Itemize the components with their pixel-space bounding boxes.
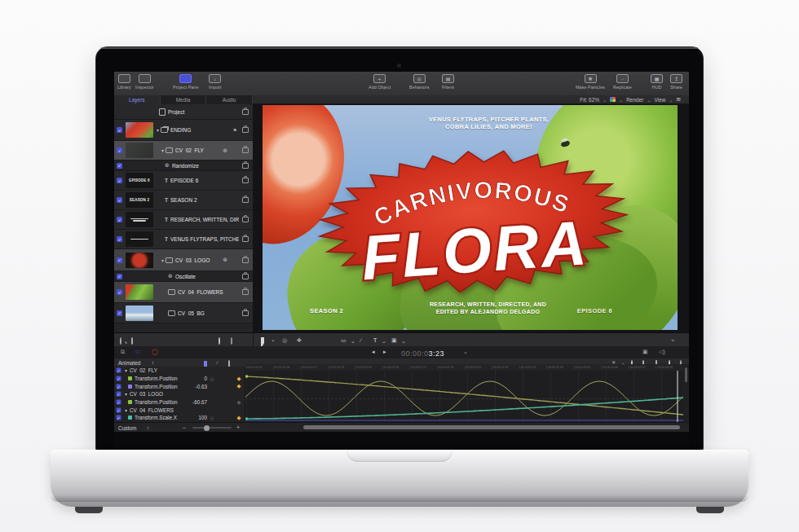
activation-checkbox[interactable]: ✓	[117, 274, 122, 279]
behavior-name[interactable]: Oscillate	[175, 274, 239, 279]
filters-button[interactable]: ▤Filters	[442, 74, 454, 90]
kf-group-row[interactable]: ✓ ▾ CV_03_LOGO	[114, 390, 245, 398]
disclosure-icon[interactable]: ▾	[125, 367, 127, 373]
lock-icon[interactable]	[242, 178, 249, 183]
activation-checkbox[interactable]: ✓	[117, 163, 122, 169]
layer-name[interactable]: CV_05_BG	[178, 310, 239, 316]
activation-checkbox[interactable]: ✓	[117, 147, 122, 153]
activation-checkbox[interactable]: ✓	[117, 197, 122, 203]
kf-group-name[interactable]: CV_03_LOGO	[130, 391, 245, 397]
color-swatch-icon[interactable]	[610, 97, 616, 102]
layer-name[interactable]: Project	[168, 109, 239, 115]
kf-param-row[interactable]: ✓ Transform.Position.X 0 ◇ ◆	[114, 375, 245, 383]
behavior-name[interactable]: Randomize	[172, 163, 239, 169]
lock-icon[interactable]	[242, 217, 249, 222]
lock-icon[interactable]	[242, 197, 249, 203]
activation-checkbox[interactable]: ✓	[117, 415, 121, 420]
activation-checkbox[interactable]: ✓	[117, 368, 121, 373]
kf-param-row[interactable]: ✓ Transform.Position.X -60.67 ◆	[114, 398, 245, 407]
lock-icon[interactable]	[242, 127, 249, 133]
lock-icon[interactable]	[242, 289, 249, 295]
activation-checkbox[interactable]: ✓	[117, 127, 122, 133]
timecode-display[interactable]: 00:00:03:23	[401, 350, 444, 358]
image-mask-tool[interactable]: ▣	[391, 336, 397, 344]
layer-name[interactable]: CV_03_LOGO	[175, 257, 223, 263]
activation-checkbox[interactable]: ✓	[117, 310, 122, 316]
keyframe-graph[interactable]	[245, 371, 683, 422]
behavior-badge-icon[interactable]: ⊛	[223, 257, 227, 263]
add-object-button[interactable]: +Add Object	[369, 74, 391, 90]
layer-row-cv05-bg[interactable]: ✓ CV_05_BG	[114, 303, 253, 323]
view-dropdown[interactable]: View	[655, 97, 666, 103]
activation-checkbox[interactable]: ✓	[117, 217, 122, 222]
layer-row-cv03-logo[interactable]: ✓ ▾ CV_03_LOGO ⊛	[114, 249, 253, 271]
zoom-in-icon[interactable]: +	[236, 424, 240, 431]
project-canvas[interactable]: VENUS FLYTRAPS, PITCHER PLANTS, COBRA LI…	[263, 105, 678, 330]
flag-icon[interactable]: ⚑	[233, 127, 237, 133]
fit-zoom-dropdown[interactable]: Fit: 62%	[580, 97, 599, 103]
search-icon[interactable]	[120, 337, 121, 345]
behavior-row-randomize[interactable]: ✓ ⊛ Randomize	[114, 160, 253, 171]
opacity-icon[interactable]: ⬭	[135, 349, 140, 355]
disclosure-icon[interactable]: ▾	[125, 407, 127, 413]
activation-checkbox[interactable]: ✓	[117, 384, 121, 389]
timeline-pane-icon[interactable]: ▣	[642, 349, 648, 355]
tab-audio[interactable]: Audio	[206, 95, 253, 104]
layer-name[interactable]: ENDING	[170, 127, 233, 133]
replicate-button[interactable]: ⁘Replicate	[613, 74, 632, 90]
transform-tool[interactable]: ◎	[282, 336, 287, 344]
kf-param-name[interactable]: Transform.Position.X	[135, 376, 178, 381]
new-layer-icon[interactable]	[231, 337, 232, 345]
layer-name[interactable]: CV_02_FLY	[175, 147, 223, 153]
activation-checkbox[interactable]: ✓	[117, 257, 122, 263]
disclosure-icon[interactable]: ▾	[157, 127, 159, 133]
pan-tool[interactable]: ✥	[297, 336, 302, 344]
kf-group-name[interactable]: CV_04_FLOWERS	[130, 407, 245, 413]
activation-checkbox[interactable]: ✓	[117, 407, 121, 412]
render-dropdown[interactable]: Render	[626, 97, 643, 103]
keyframe-icon[interactable]: ◆	[233, 399, 245, 406]
record-icon[interactable]: ◯	[152, 349, 158, 355]
lock-icon[interactable]	[242, 109, 249, 115]
keyframe-icon[interactable]: ◆	[233, 415, 245, 421]
tab-media[interactable]: Media	[161, 95, 207, 104]
disclosure-icon[interactable]: ▾	[161, 147, 164, 153]
pen-tool[interactable]: ∕	[360, 336, 361, 344]
tab-layers[interactable]: Layers	[114, 95, 161, 104]
kf-mode-dropdown[interactable]: Animated	[118, 359, 140, 367]
zoom-slider[interactable]	[192, 427, 232, 429]
lock-icon[interactable]	[242, 147, 249, 153]
previous-frame-button[interactable]: ◂	[372, 349, 375, 355]
filter-list-icon[interactable]	[131, 337, 133, 345]
node-connect-icon[interactable]: ⌁	[671, 336, 674, 344]
layer-name[interactable]: VENUS FLYTRAPS, PITCHER P…	[170, 236, 239, 242]
import-button[interactable]: ↓Import	[209, 74, 222, 90]
keyframe-icon[interactable]: ◆	[233, 376, 245, 382]
zoom-out-icon[interactable]: –	[183, 424, 186, 431]
kf-param-name[interactable]: Transform.Position.X	[135, 399, 178, 405]
make-particles-button[interactable]: ❋Make Particles	[576, 74, 605, 90]
layer-row-episode6[interactable]: ✓ EPISODE 6 T EPISODE 6	[114, 171, 253, 191]
share-button[interactable]: ↥Share	[670, 74, 682, 90]
kf-param-name[interactable]: Transform.Position.Y	[135, 384, 178, 389]
kf-group-row[interactable]: ✓ ▾ CV_02_FLY	[114, 367, 245, 375]
layer-name[interactable]: EPISODE 6	[170, 178, 239, 183]
layer-row-venus[interactable]: ✓ T VENUS FLYTRAPS, PITCHER P…	[114, 230, 253, 249]
activation-checkbox[interactable]: ✓	[117, 178, 122, 183]
layer-row-cv02-fly[interactable]: ✓ ▾ CV_02_FLY ⊛	[114, 141, 253, 160]
kf-param-value[interactable]: 100	[178, 415, 207, 420]
select-tool[interactable]	[261, 336, 264, 344]
layer-name[interactable]: CV_04_FLOWERS	[178, 289, 239, 295]
kf-group-row[interactable]: ✓ ▾ CV_04_FLOWERS	[114, 406, 245, 414]
inspector-button[interactable]: Inspector	[135, 74, 154, 90]
new-behavior-icon[interactable]	[219, 337, 220, 345]
link-icon[interactable]: ⧉	[121, 349, 125, 355]
lock-icon[interactable]	[242, 163, 249, 169]
shape-tool[interactable]: ▭	[341, 336, 347, 344]
disclosure-icon[interactable]: ▾	[125, 391, 127, 397]
lock-icon[interactable]	[242, 274, 249, 279]
layer-row-research[interactable]: ✓ T RESEARCH, WRITTEN, DIRECT…	[114, 210, 253, 230]
kf-param-name[interactable]: Transform.Scale.X	[135, 415, 178, 420]
kf-param-row[interactable]: ✓ Transform.Scale.X 100 ◇ ◆	[114, 414, 245, 422]
kf-param-value[interactable]: -0.63	[178, 384, 207, 389]
